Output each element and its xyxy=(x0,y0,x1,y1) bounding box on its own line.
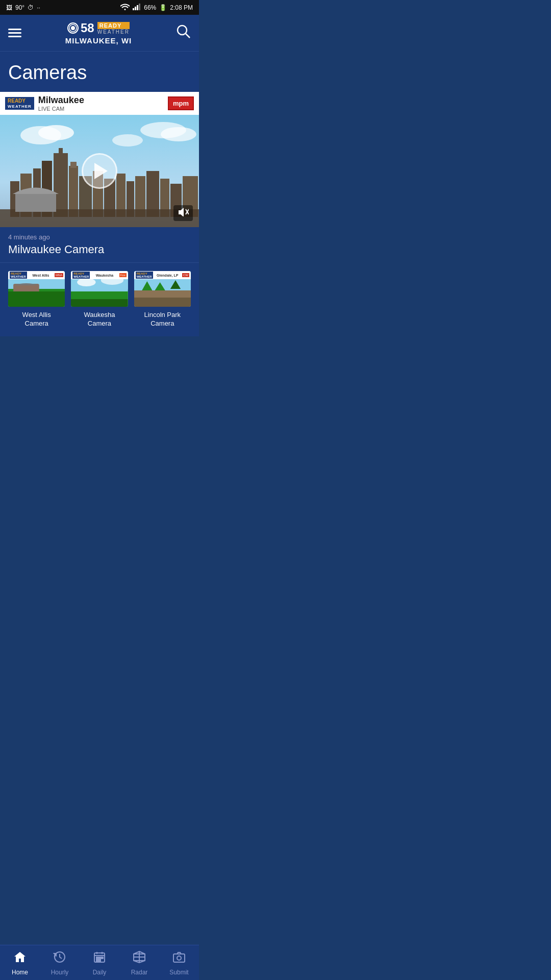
page-title-section: Cameras xyxy=(0,52,199,92)
cbs-logo xyxy=(67,22,79,34)
cam-banner-waukesha: READY WEATHER Waukesha Fox xyxy=(71,271,128,279)
video-timestamp: 4 minutes ago xyxy=(8,233,191,241)
status-left: 🖼 90° ⏱ ·· xyxy=(6,4,40,11)
svg-rect-19 xyxy=(59,148,63,156)
video-camera-name: Milwaukee Camera xyxy=(8,243,191,256)
svg-rect-32 xyxy=(0,209,199,227)
video-frame[interactable] xyxy=(0,115,199,227)
app-header: 58 READY WEATHER MILWAUKEE, WI xyxy=(0,15,199,52)
svg-rect-2 xyxy=(137,5,138,10)
ready-weather-badge: READY WEATHER xyxy=(5,97,34,110)
svg-line-7 xyxy=(186,34,190,38)
camera-grid: READY WEATHER West Allis MNA West AllisC… xyxy=(0,262,199,336)
signal-icon xyxy=(133,3,141,12)
page-title: Cameras xyxy=(8,62,191,84)
cam-ready-badge-lincoln: READY WEATHER xyxy=(136,272,153,279)
mpm-badge: mpm xyxy=(168,96,194,110)
logo-row: 58 READY WEATHER xyxy=(67,21,130,35)
photo-icon: 🖼 xyxy=(6,4,12,11)
camera-thumb-waukesha: READY WEATHER Waukesha Fox xyxy=(71,271,128,307)
camera-thumb-lincoln-park: READY WEATHER Glendale, LP CW xyxy=(134,271,191,307)
cam-logo-waukesha: Fox xyxy=(119,273,127,277)
cam-ready-badge-waukesha: READY WEATHER xyxy=(72,272,90,279)
camera-item-lincoln-park[interactable]: READY WEATHER Glendale, LP CW Lincoln Pa… xyxy=(134,271,191,328)
svg-point-11 xyxy=(112,134,143,146)
play-button[interactable] xyxy=(82,153,117,189)
status-bar: 🖼 90° ⏱ ·· 66% 🔋 2:08 PM xyxy=(0,0,199,15)
svg-point-43 xyxy=(77,278,95,286)
video-banner-subtitle: LIVE CAM xyxy=(38,106,84,112)
camera-label-west-allis: West AllisCamera xyxy=(22,311,51,328)
dots-status: ·· xyxy=(37,4,40,11)
cam-banner-lincoln: READY WEATHER Glendale, LP CW xyxy=(134,271,191,279)
logo-weather: WEATHER xyxy=(97,29,130,35)
camera-item-waukesha[interactable]: READY WEATHER Waukesha Fox WaukeshaCamer… xyxy=(71,271,128,328)
svg-rect-0 xyxy=(133,8,134,10)
timer-icon: ⏱ xyxy=(28,4,34,11)
app-logo: 58 READY WEATHER MILWAUKEE, WI xyxy=(65,21,132,45)
battery-icon: 🔋 xyxy=(159,4,167,11)
cam-title-waukesha: Waukesha xyxy=(96,274,113,277)
wifi-icon xyxy=(120,3,130,12)
svg-rect-3 xyxy=(139,4,140,10)
location-display: MILWAUKEE, WI xyxy=(65,36,132,45)
svg-point-13 xyxy=(161,127,196,141)
svg-rect-42 xyxy=(71,299,128,307)
camera-label-waukesha: WaukeshaCamera xyxy=(84,311,115,328)
video-banner-text: Milwaukee LIVE CAM xyxy=(38,95,84,112)
cam-banner-west-allis: READY WEATHER West Allis MNA xyxy=(8,271,65,279)
time-display: 2:08 PM xyxy=(170,4,193,11)
svg-rect-33 xyxy=(15,194,56,212)
battery-status: 66% xyxy=(144,4,156,11)
cam-title-lincoln: Glendale, LP xyxy=(157,274,178,277)
mute-button[interactable] xyxy=(173,205,193,221)
svg-point-6 xyxy=(178,26,187,35)
video-caption: 4 minutes ago Milwaukee Camera xyxy=(0,227,199,262)
menu-button[interactable] xyxy=(8,29,21,37)
cam-logo-lincoln: CW xyxy=(182,273,189,277)
play-triangle-icon xyxy=(94,163,108,179)
logo-ready: READY xyxy=(97,22,130,29)
cam-logo-west-allis: MNA xyxy=(55,273,63,277)
svg-rect-1 xyxy=(135,7,136,10)
logo-58: 58 xyxy=(81,21,94,35)
status-right: 66% 🔋 2:08 PM xyxy=(120,3,193,12)
main-camera-video[interactable]: READY WEATHER Milwaukee LIVE CAM mpm xyxy=(0,92,199,262)
cbs-circle xyxy=(67,22,79,34)
video-banner-left: READY WEATHER Milwaukee LIVE CAM xyxy=(5,95,84,112)
camera-item-west-allis[interactable]: READY WEATHER West Allis MNA West AllisC… xyxy=(8,271,65,328)
svg-point-5 xyxy=(71,26,75,30)
temperature-status: 90° xyxy=(15,4,24,11)
camera-thumb-west-allis: READY WEATHER West Allis MNA xyxy=(8,271,65,307)
cam-title-west-allis: West Allis xyxy=(32,274,49,277)
svg-point-10 xyxy=(38,125,74,140)
search-button[interactable] xyxy=(176,23,191,42)
camera-label-lincoln-park: Lincoln ParkCamera xyxy=(144,311,181,328)
video-banner-title: Milwaukee xyxy=(38,95,84,106)
cam-ready-badge: READY WEATHER xyxy=(10,272,27,279)
svg-rect-21 xyxy=(70,162,77,168)
svg-rect-47 xyxy=(134,298,191,307)
nav-spacer xyxy=(0,336,199,377)
svg-rect-39 xyxy=(8,291,65,307)
video-banner: READY WEATHER Milwaukee LIVE CAM mpm xyxy=(0,92,199,115)
